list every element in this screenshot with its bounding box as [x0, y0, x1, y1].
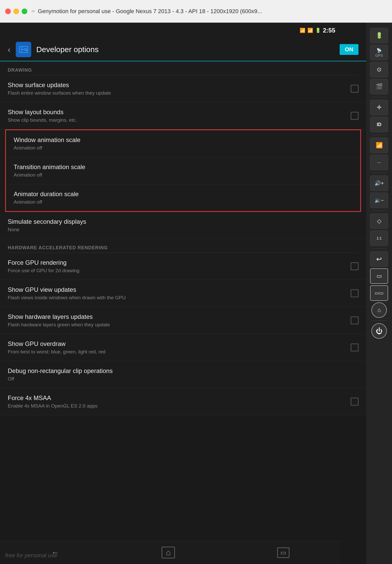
setting-title-show-layout-bounds: Show layout bounds: [8, 109, 351, 116]
setting-title-hardware-layers: Show hardware layers updates: [8, 313, 351, 320]
signal-status-icon: 📶: [307, 28, 313, 33]
battery-status-icon: 🔋: [315, 28, 321, 33]
developer-options-toggle[interactable]: ON: [340, 44, 358, 55]
checkbox-hardware-layers[interactable]: [351, 317, 358, 324]
setting-subtitle-show-surface-updates: Flash entire window surfaces when they u…: [8, 90, 351, 96]
recents-sidebar-button[interactable]: ▭: [370, 268, 388, 284]
maximize-button[interactable]: [22, 9, 27, 14]
checkbox-gpu-overdraw[interactable]: [351, 344, 358, 351]
checkbox-show-surface-updates[interactable]: [351, 85, 358, 93]
setting-show-hardware-layers-updates[interactable]: Show hardware layers updates Flash hardw…: [0, 307, 366, 334]
sidebar-separator-1: [371, 97, 387, 97]
app-icon: [16, 42, 31, 57]
setting-text-gpu-view-updates: Show GPU view updates Flash views inside…: [8, 286, 351, 301]
checkbox-show-layout-bounds[interactable]: [351, 112, 358, 120]
setting-force-4x-msaa[interactable]: Force 4x MSAA Enable 4x MSAA in OpenGL E…: [0, 388, 366, 415]
battery-button[interactable]: 🔋: [370, 28, 388, 43]
settings-scroll-area: DRAWING Show surface updates Flash entir…: [0, 61, 366, 541]
setting-text-simulate-displays: Simulate secondary displays None: [8, 218, 358, 233]
setting-window-animation-scale[interactable]: Window animation scale Animation off: [6, 130, 360, 157]
setting-subtitle-debug-non-rectangular: Off: [8, 376, 358, 382]
setting-subtitle-gpu-view-updates: Flash views inside windows when drawn wi…: [8, 295, 351, 301]
close-button[interactable]: [5, 9, 11, 14]
setting-text-show-surface-updates: Show surface updates Flash entire window…: [8, 81, 351, 96]
nav-home-button[interactable]: ⌂: [162, 547, 175, 558]
setting-simulate-secondary-displays[interactable]: Simulate secondary displays None: [0, 212, 366, 239]
setting-text-debug-non-rectangular: Debug non-rectangular clip operations Of…: [8, 367, 358, 382]
wifi-status-icon: 📶: [300, 28, 305, 33]
sidebar-separator-5: [371, 248, 387, 249]
setting-subtitle-force-gpu: Force use of GPU for 2d drawing: [8, 268, 351, 273]
status-icons: 📶 📶 🔋 2:55: [300, 27, 335, 34]
setting-title-force-4x-msaa: Force 4x MSAA: [8, 394, 351, 402]
status-bar: 📶 📶 🔋 2:55: [0, 23, 366, 38]
setting-show-surface-updates[interactable]: Show surface updates Flash entire window…: [0, 75, 366, 102]
setting-text-transition-animation: Transition animation scale Animation off: [14, 163, 353, 178]
gps-button[interactable]: 📡 GPS: [370, 45, 388, 60]
ratio-button[interactable]: 1:1: [370, 230, 388, 246]
toggle-label: ON: [345, 46, 353, 53]
setting-title-transition-animation: Transition animation scale: [14, 163, 353, 171]
message-button[interactable]: ···: [370, 155, 388, 170]
wifi-signal-button[interactable]: 📶: [370, 138, 388, 153]
camera-button[interactable]: ⊙: [370, 62, 388, 77]
setting-title-gpu-view-updates: Show GPU view updates: [8, 286, 351, 293]
main-area: 📶 📶 🔋 2:55 ‹ Developer options ON: [0, 23, 366, 564]
gps-label: GPS: [375, 53, 383, 57]
setting-title-force-gpu: Force GPU rendering: [8, 259, 351, 266]
right-sidebar: 🔋 📡 GPS ⊙ 🎬 ✛ ID 📶 ··· 🔊+ 🔉− ◇ 1:1 ↩ ▭ ▭…: [366, 23, 392, 564]
bottom-nav: free for personal use ← ⌂ ▭: [0, 541, 340, 564]
setting-text-gpu-overdraw: Show GPU overdraw From best to worst: bl…: [8, 340, 351, 355]
checkbox-gpu-view-updates[interactable]: [351, 289, 358, 297]
setting-subtitle-animator-duration: Animation off: [14, 199, 353, 205]
app-bar-title: Developer options: [36, 45, 334, 54]
sidebar-separator-4: [371, 211, 387, 211]
app-bar: ‹ Developer options ON: [0, 38, 366, 61]
device-id-button[interactable]: ID: [370, 117, 388, 132]
volume-down-button[interactable]: 🔉−: [370, 193, 388, 208]
settings-list: DRAWING Show surface updates Flash entir…: [0, 61, 366, 415]
developer-options-icon: [18, 44, 29, 55]
setting-force-gpu-rendering[interactable]: Force GPU rendering Force use of GPU for…: [0, 253, 366, 280]
setting-subtitle-gpu-overdraw: From best to worst: blue, green, light r…: [8, 349, 351, 355]
setting-transition-animation-scale[interactable]: Transition animation scale Animation off: [6, 157, 360, 184]
setting-text-window-animation: Window animation scale Animation off: [14, 136, 353, 151]
setting-title-show-surface-updates: Show surface updates: [8, 81, 351, 89]
minimize-button[interactable]: [13, 9, 19, 14]
clapperboard-button[interactable]: 🎬: [370, 79, 388, 94]
section-header-drawing: DRAWING: [0, 61, 366, 75]
window-chrome: ∞ Genymotion for personal use - Google N…: [0, 0, 392, 23]
checkbox-force-gpu[interactable]: [351, 262, 358, 270]
setting-show-gpu-overdraw[interactable]: Show GPU overdraw From best to worst: bl…: [0, 334, 366, 361]
gps-icon: 📡: [377, 48, 382, 53]
back-arrow-icon[interactable]: ‹: [8, 45, 11, 54]
setting-subtitle-window-animation: Animation off: [14, 145, 353, 151]
dpad-button[interactable]: ✛: [370, 100, 388, 115]
setting-show-layout-bounds[interactable]: Show layout bounds Show clip bounds, mar…: [0, 102, 366, 129]
section-header-hardware: HARDWARE ACCELERATED RENDERING: [0, 239, 366, 253]
setting-title-simulate-displays: Simulate secondary displays: [8, 218, 358, 225]
setting-text-animator-duration: Animator duration scale Animation off: [14, 190, 353, 205]
checkbox-force-4x-msaa[interactable]: [351, 398, 358, 405]
setting-show-gpu-view-updates[interactable]: Show GPU view updates Flash views inside…: [0, 280, 366, 307]
animation-scale-group: Window animation scale Animation off Tra…: [5, 129, 361, 212]
status-time: 2:55: [323, 27, 335, 34]
setting-title-gpu-overdraw: Show GPU overdraw: [8, 340, 351, 347]
back-nav-button[interactable]: ↩: [370, 251, 388, 267]
setting-title-window-animation: Window animation scale: [14, 136, 353, 144]
nav-recents-button[interactable]: ▭: [277, 548, 289, 558]
setting-debug-non-rectangular[interactable]: Debug non-rectangular clip operations Of…: [0, 361, 366, 388]
traffic-lights: [5, 9, 27, 14]
sidebar-separator-2: [371, 135, 387, 135]
home-circle-button[interactable]: ⌂: [371, 302, 387, 318]
setting-text-force-4x-msaa: Force 4x MSAA Enable 4x MSAA in OpenGL E…: [8, 394, 351, 409]
home-sidebar-button[interactable]: ▭▭: [370, 285, 388, 301]
setting-subtitle-force-4x-msaa: Enable 4x MSAA in OpenGL ES 2.0 apps: [8, 403, 351, 409]
rotate-button[interactable]: ◇: [370, 213, 388, 229]
power-button[interactable]: ⏻: [371, 323, 387, 339]
setting-animator-duration-scale[interactable]: Animator duration scale Animation off: [6, 184, 360, 211]
setting-subtitle-hardware-layers: Flash hardware layers green when they up…: [8, 322, 351, 328]
setting-text-hardware-layers: Show hardware layers updates Flash hardw…: [8, 313, 351, 328]
volume-up-button[interactable]: 🔊+: [370, 176, 388, 191]
setting-subtitle-show-layout-bounds: Show clip bounds, margins, etc.: [8, 117, 351, 123]
